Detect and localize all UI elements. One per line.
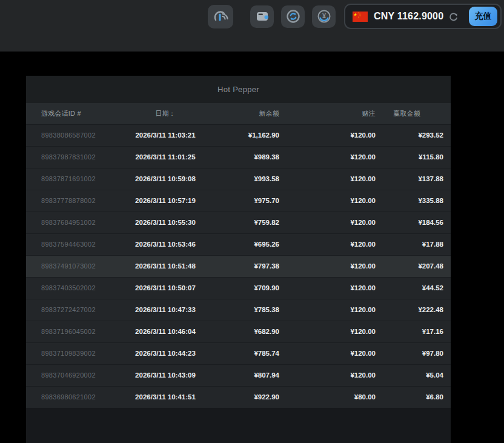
cell-session-id: 89837272427002	[26, 299, 105, 321]
cell-win: ¥137.88	[383, 168, 451, 190]
cell-date: 2026/3/11 10:47:33	[105, 299, 226, 321]
cell-balance: ¥989.38	[226, 146, 287, 168]
cell-date: 2026/3/11 10:59:08	[105, 168, 226, 190]
screen: ¥ CNY 1162.9000	[0, 0, 504, 443]
table-row[interactable]: 89837684951002 2026/3/11 10:55:30 ¥759.8…	[26, 212, 451, 233]
cell-session-id: 89837778878002	[26, 190, 105, 212]
cell-bet: ¥80.00	[287, 386, 383, 408]
cell-balance: ¥807.94	[226, 364, 287, 386]
cell-balance: ¥759.82	[226, 212, 287, 233]
refresh-icon	[286, 9, 300, 24]
cell-session-id: 89837871691002	[26, 168, 105, 190]
col-header-win: 赢取金额	[383, 103, 451, 124]
game-history-card: Hot Pepper 游戏会话ID # 日期： 新余额 赌注 赢取金额 8983…	[26, 76, 451, 443]
cell-session-id: 89838086587002	[26, 124, 105, 146]
history-table: 游戏会话ID # 日期： 新余额 赌注 赢取金额 89838086587002 …	[26, 103, 451, 408]
cell-session-id: 89837594463002	[26, 233, 105, 255]
recharge-button[interactable]: 充值	[469, 7, 497, 26]
cell-session-id: 89837684951002	[26, 212, 105, 233]
cell-session-id: 89837046920002	[26, 364, 105, 386]
cell-balance: ¥785.74	[226, 342, 287, 364]
cell-date: 2026/3/11 10:53:46	[105, 233, 226, 255]
cell-session-id: 89837491073002	[26, 255, 105, 277]
cell-date: 2026/3/11 10:55:30	[105, 212, 226, 233]
cell-session-id: 89837987831002	[26, 146, 105, 168]
cell-win: ¥222.48	[383, 299, 451, 321]
cell-bet: ¥120.00	[287, 255, 383, 277]
table-footer	[26, 408, 451, 443]
col-header-bet: 赌注	[287, 103, 383, 124]
table-row[interactable]: 89838086587002 2026/3/11 11:03:21 ¥1,162…	[26, 124, 451, 146]
cell-balance: ¥785.38	[226, 299, 287, 321]
cell-balance: ¥993.58	[226, 168, 287, 190]
cell-date: 2026/3/11 10:51:48	[105, 255, 226, 277]
cell-date: 2026/3/11 10:41:51	[105, 386, 226, 408]
header-row: 游戏会话ID # 日期： 新余额 赌注 赢取金额	[26, 103, 451, 124]
table-row[interactable]: 89837778878002 2026/3/11 10:57:19 ¥975.7…	[26, 190, 451, 212]
cell-date: 2026/3/11 10:46:04	[105, 321, 226, 342]
cell-date: 2026/3/11 11:01:25	[105, 146, 226, 168]
cell-bet: ¥120.00	[287, 146, 383, 168]
table-row[interactable]: 89837987831002 2026/3/11 11:01:25 ¥989.3…	[26, 146, 451, 168]
cell-session-id: 89837403502002	[26, 277, 105, 299]
exchange-button[interactable]: ¥	[312, 5, 336, 28]
cell-bet: ¥120.00	[287, 277, 383, 299]
table-row[interactable]: 89837871691002 2026/3/11 10:59:08 ¥993.5…	[26, 168, 451, 190]
cell-win: ¥335.88	[383, 190, 451, 212]
cell-bet: ¥120.00	[287, 342, 383, 364]
cell-balance: ¥682.90	[226, 321, 287, 342]
cell-balance: ¥709.90	[226, 277, 287, 299]
china-flag-icon	[353, 12, 368, 22]
cell-session-id: 89837109839002	[26, 342, 105, 364]
wallet-button[interactable]	[250, 5, 274, 28]
topbar-row: ¥ CNY 1162.9000	[208, 4, 502, 29]
cell-win: ¥293.52	[383, 124, 451, 146]
game-title: Hot Pepper	[26, 76, 451, 103]
cell-bet: ¥120.00	[287, 212, 383, 233]
cell-date: 2026/3/11 11:03:21	[105, 124, 226, 146]
cell-win: ¥17.16	[383, 321, 451, 342]
cell-date: 2026/3/11 10:57:19	[105, 190, 226, 212]
cell-session-id: 89836980621002	[26, 386, 105, 408]
cell-balance: ¥922.90	[226, 386, 287, 408]
cell-win: ¥207.48	[383, 255, 451, 277]
cell-win: ¥6.80	[383, 386, 451, 408]
col-header-balance: 新余额	[226, 103, 287, 124]
cell-balance: ¥695.26	[226, 233, 287, 255]
cell-session-id: 89837196045002	[26, 321, 105, 342]
col-header-session-id: 游戏会话ID #	[26, 103, 105, 124]
table-row[interactable]: 89837272427002 2026/3/11 10:47:33 ¥785.3…	[26, 299, 451, 321]
balance-refresh-icon[interactable]	[448, 12, 459, 22]
cell-balance: ¥975.70	[226, 190, 287, 212]
cell-win: ¥184.56	[383, 212, 451, 233]
cell-win: ¥17.88	[383, 233, 451, 255]
table-row[interactable]: 89837491073002 2026/3/11 10:51:48 ¥797.3…	[26, 255, 451, 277]
cell-win: ¥44.52	[383, 277, 451, 299]
table-body: 89838086587002 2026/3/11 11:03:21 ¥1,162…	[26, 124, 451, 408]
currency-selector[interactable]: CNY 1162.9000 充值	[344, 4, 502, 29]
refresh-button[interactable]	[281, 5, 305, 28]
table-row[interactable]: 89837594463002 2026/3/11 10:53:46 ¥695.2…	[26, 233, 451, 255]
cell-win: ¥115.80	[383, 146, 451, 168]
cell-bet: ¥120.00	[287, 190, 383, 212]
gauge-icon	[212, 8, 229, 24]
table-row[interactable]: 89837109839002 2026/3/11 10:44:23 ¥785.7…	[26, 342, 451, 364]
cell-bet: ¥120.00	[287, 299, 383, 321]
table-row[interactable]: 89837196045002 2026/3/11 10:46:04 ¥682.9…	[26, 321, 451, 342]
gauge-button[interactable]	[208, 5, 233, 28]
table-row[interactable]: 89837403502002 2026/3/11 10:50:07 ¥709.9…	[26, 277, 451, 299]
cell-balance: ¥1,162.90	[226, 124, 287, 146]
topbar: ¥ CNY 1162.9000	[0, 0, 504, 52]
cell-bet: ¥120.00	[287, 233, 383, 255]
cell-date: 2026/3/11 10:44:23	[105, 342, 226, 364]
cell-win: ¥5.04	[383, 364, 451, 386]
cell-date: 2026/3/11 10:43:09	[105, 364, 226, 386]
cell-bet: ¥120.00	[287, 124, 383, 146]
table-row[interactable]: 89836980621002 2026/3/11 10:41:51 ¥922.9…	[26, 386, 451, 408]
cell-win: ¥97.80	[383, 342, 451, 364]
wallet-icon	[255, 10, 270, 23]
table-row[interactable]: 89837046920002 2026/3/11 10:43:09 ¥807.9…	[26, 364, 451, 386]
cell-date: 2026/3/11 10:50:07	[105, 277, 226, 299]
balance-amount: CNY 1162.9000	[374, 11, 443, 22]
cell-bet: ¥120.00	[287, 321, 383, 342]
